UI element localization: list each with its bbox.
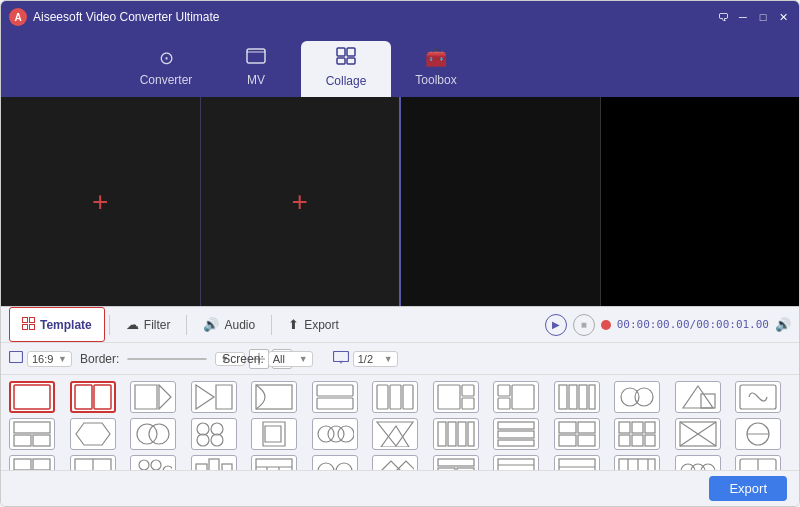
template-item[interactable]: [70, 381, 116, 413]
template-tab[interactable]: Template: [9, 307, 105, 342]
close-button[interactable]: ✕: [775, 9, 791, 25]
template-item[interactable]: [614, 381, 660, 413]
minimize-button[interactable]: ─: [735, 9, 751, 25]
svg-rect-61: [458, 422, 466, 446]
app-title: Aiseesoft Video Converter Ultimate: [33, 10, 220, 24]
export-tab[interactable]: ⬆ Export: [276, 307, 351, 342]
svg-rect-3: [347, 48, 355, 56]
template-item[interactable]: [493, 381, 539, 413]
play-button[interactable]: ▶: [545, 314, 567, 336]
template-item[interactable]: [312, 381, 358, 413]
template-item[interactable]: [191, 381, 237, 413]
templates-area: [1, 375, 799, 470]
svg-point-41: [621, 388, 639, 406]
template-item[interactable]: [493, 455, 539, 470]
template-item[interactable]: [675, 381, 721, 413]
svg-rect-10: [10, 352, 23, 363]
border-setting: Border: ▼: [80, 349, 214, 369]
template-item[interactable]: [554, 381, 600, 413]
collage-label: Collage: [326, 74, 367, 88]
template-item[interactable]: [191, 455, 237, 470]
template-item[interactable]: [70, 418, 116, 450]
template-item[interactable]: [9, 381, 55, 413]
svg-rect-17: [333, 351, 348, 361]
template-item[interactable]: [735, 418, 781, 450]
svg-rect-48: [33, 435, 50, 446]
template-item[interactable]: [130, 381, 176, 413]
tab-collage[interactable]: Collage: [301, 41, 391, 97]
stop-button[interactable]: ■: [573, 314, 595, 336]
template-tab-icon: [22, 317, 35, 333]
svg-point-51: [149, 424, 169, 444]
template-item[interactable]: [614, 455, 660, 470]
template-item[interactable]: [372, 455, 418, 470]
svg-marker-43: [683, 386, 713, 408]
svg-rect-0: [247, 49, 265, 63]
template-item[interactable]: [433, 381, 479, 413]
svg-rect-34: [498, 385, 510, 396]
svg-point-42: [635, 388, 653, 406]
template-item[interactable]: [735, 455, 781, 470]
template-item[interactable]: [614, 418, 660, 450]
template-item[interactable]: [251, 381, 297, 413]
border-label: Border:: [80, 352, 119, 366]
template-item[interactable]: [493, 418, 539, 450]
svg-marker-23: [196, 385, 214, 409]
template-item[interactable]: [433, 418, 479, 450]
maximize-button[interactable]: □: [755, 9, 771, 25]
template-item[interactable]: [735, 381, 781, 413]
svg-rect-67: [578, 422, 595, 433]
aspect-ratio-setting: 16:9 ▼: [9, 351, 72, 367]
template-item[interactable]: [372, 418, 418, 450]
tab-converter[interactable]: ⊙ Converter: [121, 41, 211, 97]
svg-rect-4: [337, 58, 345, 64]
toolbox-label: Toolbox: [415, 73, 456, 87]
svg-rect-65: [498, 440, 534, 446]
template-item[interactable]: [554, 418, 600, 450]
tab-mv[interactable]: MV: [211, 41, 301, 97]
collage-icon: [336, 47, 356, 70]
template-item[interactable]: [312, 455, 358, 470]
tab-toolbox[interactable]: 🧰 Toolbox: [391, 41, 481, 97]
svg-point-56: [318, 426, 334, 442]
message-button[interactable]: 🗨: [715, 9, 731, 25]
export-button[interactable]: Export: [709, 476, 787, 501]
svg-rect-64: [498, 431, 534, 438]
filter-tab[interactable]: ☁ Filter: [114, 307, 183, 342]
svg-rect-46: [14, 422, 50, 433]
add-video-icon-2: +: [292, 186, 308, 218]
template-item[interactable]: [554, 455, 600, 470]
page-select[interactable]: 1/2 ▼: [353, 351, 398, 367]
template-item[interactable]: [9, 455, 55, 470]
template-item[interactable]: [675, 418, 721, 450]
template-item[interactable]: [130, 455, 176, 470]
video-preview: [401, 97, 799, 306]
audio-tab[interactable]: 🔊 Audio: [191, 307, 267, 342]
svg-rect-60: [448, 422, 456, 446]
template-item[interactable]: [675, 455, 721, 470]
video-panel-2[interactable]: +: [201, 97, 400, 306]
template-item[interactable]: [372, 381, 418, 413]
screen-label: Screen:: [222, 352, 263, 366]
template-item[interactable]: [251, 418, 297, 450]
volume-icon[interactable]: 🔊: [775, 317, 791, 332]
svg-rect-28: [377, 385, 388, 409]
aspect-chevron: ▼: [58, 354, 67, 364]
aspect-ratio-select[interactable]: 16:9 ▼: [27, 351, 72, 367]
template-item[interactable]: [191, 418, 237, 450]
svg-rect-8: [23, 324, 28, 329]
template-item[interactable]: [70, 455, 116, 470]
template-item[interactable]: [9, 418, 55, 450]
template-item[interactable]: [251, 455, 297, 470]
app-logo: A: [9, 8, 27, 26]
svg-marker-49: [76, 423, 110, 445]
template-item[interactable]: [433, 455, 479, 470]
template-item[interactable]: [312, 418, 358, 450]
template-item[interactable]: [130, 418, 176, 450]
svg-rect-7: [30, 317, 35, 322]
screen-select[interactable]: All ▼: [268, 351, 313, 367]
video-panel-1[interactable]: +: [1, 97, 201, 306]
controls-bar: Template ☁ Filter 🔊 Audio ⬆ Export: [1, 307, 799, 343]
monitor-icon: [333, 351, 349, 367]
svg-rect-40: [589, 385, 595, 409]
